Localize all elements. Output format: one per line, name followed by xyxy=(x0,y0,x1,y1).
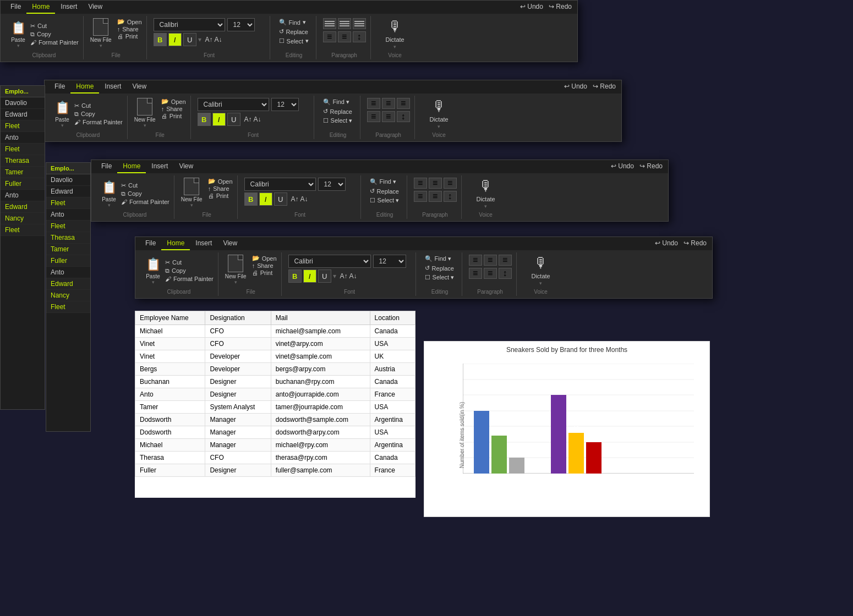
print-button-3[interactable]: 🖨Print xyxy=(208,193,233,199)
dictate-label-4[interactable]: Dictate xyxy=(531,273,550,279)
emp-list-item[interactable]: Davolio xyxy=(1,97,45,109)
align-center-4[interactable]: ≡ xyxy=(484,255,497,266)
emp-list-item[interactable]: Tamer xyxy=(46,244,90,255)
share-button-3[interactable]: ↑Share xyxy=(208,185,233,192)
redo-button-1[interactable]: ↪ Redo xyxy=(549,3,572,10)
table-row[interactable]: VinetCFOvinet@arpy.comUSA xyxy=(135,338,415,350)
cut-button-1[interactable]: ✂ Cut xyxy=(30,23,79,30)
new-file-button-3[interactable]: New File ▾ xyxy=(181,178,203,208)
font-shrink-1[interactable]: A↓ xyxy=(215,36,222,43)
emp-list-item[interactable]: Fleet xyxy=(1,120,45,132)
underline-button-1[interactable]: U xyxy=(183,33,196,46)
font-size-select-3[interactable]: 12 xyxy=(318,178,346,191)
paste-button-1[interactable]: 📋 Paste ▾ xyxy=(9,19,27,48)
cut-button-4[interactable]: ✂Cut xyxy=(165,259,214,266)
table-row[interactable]: TamerSystem Analysttamer@jourrapide.comU… xyxy=(135,401,415,414)
dictate-label-3[interactable]: Dictate xyxy=(476,196,495,202)
bar-1-2[interactable] xyxy=(491,436,507,474)
align-center-3[interactable]: ≡ xyxy=(429,178,442,189)
indent-4[interactable]: ≡ xyxy=(469,268,482,279)
align-center-2[interactable]: ≡ xyxy=(382,98,395,109)
copy-button-1[interactable]: ⧉ Copy xyxy=(30,31,79,38)
emp-list-item[interactable]: Fuller xyxy=(1,178,45,190)
tab-view-4[interactable]: View xyxy=(217,237,243,250)
font-shrink-2[interactable]: A↓ xyxy=(254,116,261,123)
emp-list-item[interactable]: Fleet xyxy=(1,144,45,155)
italic-button-3[interactable]: I xyxy=(259,193,272,206)
copy-button-2[interactable]: ⧉Copy xyxy=(74,111,123,118)
tab-insert-4[interactable]: Insert xyxy=(190,237,217,250)
select-button-1[interactable]: ☐ Select ▾ xyxy=(277,37,311,45)
tab-home-1[interactable]: Home xyxy=(26,1,55,14)
spacing-4[interactable]: ↕ xyxy=(499,268,512,279)
bold-button-2[interactable]: B xyxy=(198,113,211,126)
italic-button-2[interactable]: I xyxy=(212,113,226,126)
font-size-select-1[interactable]: 12 xyxy=(227,18,255,31)
copy-button-3[interactable]: ⧉Copy xyxy=(121,190,169,197)
share-button-2[interactable]: ↑Share xyxy=(161,106,186,112)
table-row[interactable]: AntoDesigneranto@jourrapide.comFrance xyxy=(135,388,415,401)
replace-button-4[interactable]: ↺Replace xyxy=(423,264,457,272)
new-file-button-2[interactable]: New File ▾ xyxy=(134,98,156,128)
open-button-1[interactable]: 📂 Open xyxy=(117,18,142,25)
emp-list-item[interactable]: Edward xyxy=(1,201,45,213)
emp-list-item[interactable]: Edward xyxy=(46,186,90,197)
tab-view-2[interactable]: View xyxy=(127,80,152,94)
font-grow-2[interactable]: A↑ xyxy=(244,116,252,123)
emp-list-item[interactable]: Anto xyxy=(1,132,45,144)
tab-file-1[interactable]: File xyxy=(5,1,26,14)
align-right-4[interactable]: ≡ xyxy=(499,255,512,266)
emp-list-item[interactable]: Tamer xyxy=(1,167,45,178)
format-painter-button-2[interactable]: 🖌Format Painter xyxy=(74,119,123,125)
undo-button-2[interactable]: ↩ Undo xyxy=(564,82,587,90)
bold-button-3[interactable]: B xyxy=(244,193,258,206)
tab-file-4[interactable]: File xyxy=(140,237,161,250)
emp-list-item[interactable]: Fuller xyxy=(46,255,90,267)
indent-3[interactable]: ≡ xyxy=(414,191,427,202)
bold-button-1[interactable]: B xyxy=(154,33,167,46)
underline-button-4[interactable]: U xyxy=(318,270,331,283)
bold-button-4[interactable]: B xyxy=(288,270,302,283)
tab-insert-2[interactable]: Insert xyxy=(99,80,127,94)
outdent-4[interactable]: ≡ xyxy=(484,268,497,279)
italic-button-1[interactable]: I xyxy=(168,33,182,46)
dictate-label-1[interactable]: Dictate xyxy=(385,36,404,43)
spacing-2[interactable]: ↕ xyxy=(397,111,410,122)
font-grow-1[interactable]: A↑ xyxy=(205,36,213,43)
table-row[interactable]: DodsworthManagerdodsworth@arpy.comUSA xyxy=(135,426,415,439)
align-left-1[interactable] xyxy=(323,18,336,29)
new-file-button-1[interactable]: New File ▾ xyxy=(90,18,112,48)
emp-list-item[interactable]: Fleet xyxy=(46,301,90,313)
bar-2-1[interactable] xyxy=(551,395,566,474)
open-button-2[interactable]: 📂Open xyxy=(161,98,186,105)
format-painter-button-1[interactable]: 🖌 Format Painter xyxy=(30,39,79,46)
emp-list-item[interactable]: Anto xyxy=(46,267,90,278)
emp-list-item[interactable]: Edward xyxy=(46,278,90,290)
share-button-1[interactable]: ↑ Share xyxy=(117,26,142,32)
print-button-2[interactable]: 🖨Print xyxy=(161,113,186,119)
tab-home-2[interactable]: Home xyxy=(70,80,99,94)
redo-button-2[interactable]: ↪ Redo xyxy=(593,82,616,90)
find-button-4[interactable]: 🔍Find ▾ xyxy=(423,255,457,263)
tab-home-3[interactable]: Home xyxy=(117,160,146,173)
font-size-select-2[interactable]: 12 xyxy=(271,98,299,111)
table-row[interactable]: BuchananDesignerbuchanan@rpy.comCanada xyxy=(135,376,415,388)
emp-list-item[interactable]: Edward xyxy=(1,109,45,120)
paste-button-4[interactable]: 📋 Paste ▾ xyxy=(144,256,162,285)
line-spacing-1[interactable]: ↕ xyxy=(353,31,366,42)
table-row[interactable]: BergsDeveloperbergs@arpy.comAustria xyxy=(135,363,415,376)
print-button-4[interactable]: 🖨Print xyxy=(252,270,277,276)
indent-right-1[interactable]: ≡ xyxy=(338,31,351,42)
find-button-1[interactable]: 🔍 Find ▾ xyxy=(277,18,311,26)
open-button-4[interactable]: 📂Open xyxy=(252,255,277,262)
tab-home-4[interactable]: Home xyxy=(161,237,190,250)
cut-button-2[interactable]: ✂Cut xyxy=(74,102,123,109)
table-row[interactable]: TherasaCFOtherasa@rpy.comCanada xyxy=(135,452,415,464)
font-shrink-3[interactable]: A↓ xyxy=(300,195,308,203)
table-row[interactable]: VinetDevelopervinet@sample.comUK xyxy=(135,350,415,363)
undo-button-4[interactable]: ↩ Undo xyxy=(655,239,678,247)
table-row[interactable]: DodsworthManagerdodsworth@sample.comArge… xyxy=(135,414,415,426)
align-right-1[interactable] xyxy=(353,18,366,29)
indent-left-1[interactable]: ≡ xyxy=(323,31,336,42)
emp-list-item[interactable]: Davolio xyxy=(46,174,90,186)
